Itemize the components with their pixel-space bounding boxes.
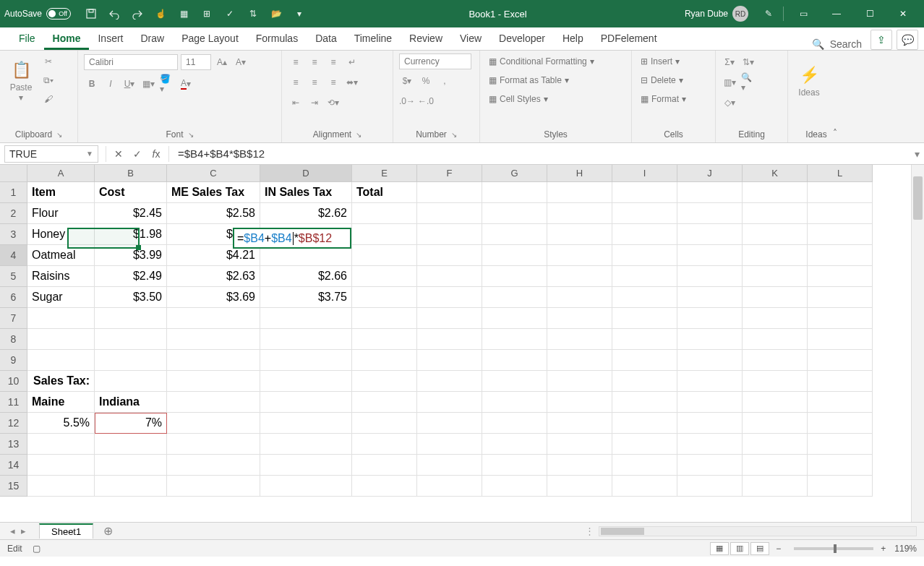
cell[interactable] [352, 287, 417, 308]
delete-cells-button[interactable]: ⊟Delete▾ [638, 72, 689, 88]
cell[interactable]: $2.58 [167, 203, 260, 224]
cell[interactable] [808, 434, 873, 455]
cell[interactable] [417, 476, 482, 497]
cell[interactable]: Cost [95, 182, 167, 203]
cell[interactable] [547, 245, 612, 266]
normal-view-icon[interactable]: ▦ [710, 542, 729, 555]
cell[interactable] [27, 308, 95, 329]
cell[interactable] [482, 413, 547, 434]
cell[interactable] [482, 434, 547, 455]
row-header-15[interactable]: 15 [0, 476, 27, 497]
cell[interactable] [547, 455, 612, 476]
tab-data[interactable]: Data [307, 28, 346, 50]
cell[interactable]: IN Sales Tax [260, 182, 352, 203]
cell[interactable] [27, 434, 95, 455]
cell[interactable] [612, 434, 677, 455]
cell[interactable]: ME Sales Tax [167, 182, 260, 203]
cell[interactable] [547, 224, 612, 245]
qat-customize-icon[interactable]: ▾ [288, 3, 311, 25]
column-header-F[interactable]: F [417, 165, 482, 182]
cell[interactable] [612, 350, 677, 371]
cell[interactable] [547, 413, 612, 434]
comments-button[interactable]: 💬 [897, 30, 918, 50]
cell[interactable] [808, 308, 873, 329]
tab-formulas[interactable]: Formulas [247, 28, 307, 50]
cell[interactable] [808, 413, 873, 434]
cell[interactable]: $2.45 [95, 203, 167, 224]
cell-editor-d4[interactable]: =$B4+$B4*$B$12 [233, 228, 351, 249]
ideas-button[interactable]: ⚡ Ideas [794, 53, 824, 110]
cell[interactable] [808, 182, 873, 203]
cell[interactable] [808, 455, 873, 476]
dialog-launcher-icon[interactable]: ↘ [356, 131, 362, 139]
cell[interactable]: Total [352, 182, 417, 203]
cell[interactable] [482, 308, 547, 329]
cell[interactable]: $2.49 [95, 266, 167, 287]
insert-cells-button[interactable]: ⊞Insert▾ [638, 53, 689, 69]
font-color-button[interactable]: A▾ [178, 76, 194, 92]
page-layout-view-icon[interactable]: ▥ [730, 542, 749, 555]
cell[interactable] [612, 392, 677, 413]
cell[interactable] [352, 455, 417, 476]
scrollbar-thumb[interactable] [601, 528, 644, 535]
align-bottom-icon[interactable]: ≡ [325, 54, 341, 70]
cell[interactable] [482, 245, 547, 266]
cell[interactable] [260, 329, 352, 350]
zoom-in-icon[interactable]: + [881, 544, 886, 554]
cell[interactable] [547, 371, 612, 392]
format-painter-icon[interactable]: 🖌 [40, 91, 56, 107]
row-header-3[interactable]: 3 [0, 224, 27, 245]
row-header-11[interactable]: 11 [0, 392, 27, 413]
cancel-formula-icon[interactable]: ✕ [109, 148, 128, 160]
cell[interactable] [417, 308, 482, 329]
cell[interactable] [167, 434, 260, 455]
autosave-switch[interactable]: Off [46, 8, 71, 20]
cell[interactable] [612, 203, 677, 224]
select-all-corner[interactable] [0, 165, 27, 182]
cell[interactable]: $2.66 [260, 266, 352, 287]
cell[interactable]: Indiana [95, 392, 167, 413]
ribbon-display-icon[interactable]: ▭ [787, 0, 820, 27]
cell[interactable]: Oatmeal [27, 245, 95, 266]
cell[interactable] [95, 434, 167, 455]
grow-font-icon[interactable]: A▴ [214, 54, 230, 70]
row-header-5[interactable]: 5 [0, 266, 27, 287]
cell[interactable] [743, 245, 808, 266]
cell[interactable] [808, 245, 873, 266]
cell[interactable] [352, 329, 417, 350]
row-header-9[interactable]: 9 [0, 350, 27, 371]
cell[interactable] [743, 224, 808, 245]
tab-review[interactable]: Review [401, 28, 451, 50]
cell[interactable]: 7% [95, 413, 167, 434]
column-header-J[interactable]: J [677, 165, 743, 182]
scrollbar-thumb[interactable] [913, 176, 923, 220]
draw-toggle-icon[interactable]: ✎ [757, 3, 780, 25]
open-icon[interactable]: 📂 [265, 3, 288, 25]
name-box[interactable]: TRUE ▼ [4, 145, 98, 163]
cell[interactable] [482, 266, 547, 287]
column-header-L[interactable]: L [808, 165, 873, 182]
sheet-nav-next-icon[interactable]: ▸ [21, 526, 26, 536]
find-select-icon[interactable]: 🔍▾ [740, 74, 756, 90]
cell[interactable]: Flour [27, 203, 95, 224]
page-break-view-icon[interactable]: ▤ [750, 542, 769, 555]
cell[interactable] [417, 203, 482, 224]
cell[interactable] [677, 308, 743, 329]
italic-button[interactable]: I [103, 76, 119, 92]
dialog-launcher-icon[interactable]: ↘ [188, 131, 194, 139]
cell[interactable] [167, 413, 260, 434]
fill-color-button[interactable]: 🪣▾ [159, 76, 175, 92]
merge-center-icon[interactable]: ⬌▾ [344, 74, 360, 90]
cell[interactable] [95, 476, 167, 497]
cell[interactable] [612, 287, 677, 308]
share-button[interactable]: ⇪ [870, 30, 892, 50]
maximize-icon[interactable]: ☐ [853, 0, 886, 27]
row-header-1[interactable]: 1 [0, 182, 27, 203]
sheet-tab-sheet1[interactable]: Sheet1 [39, 523, 93, 539]
cell[interactable] [260, 434, 352, 455]
cell[interactable] [677, 224, 743, 245]
fx-icon[interactable]: fx [147, 148, 166, 160]
increase-indent-icon[interactable]: ⇥ [307, 95, 322, 111]
expand-formula-bar-icon[interactable]: ▾ [910, 148, 924, 160]
align-middle-icon[interactable]: ≡ [307, 54, 322, 70]
